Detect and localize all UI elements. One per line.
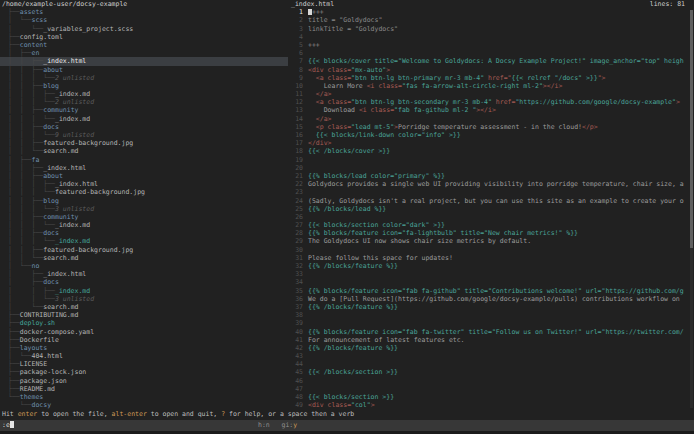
tree-row-blog[interactable]: │ │ ├──blog [0,197,288,205]
tree-row-search.md[interactable]: │ │ └──search.md [0,147,288,155]
tree-row-deploy.sh[interactable]: ├──deploy.sh [0,319,288,327]
tree-row-docker-compose.yaml[interactable]: ├──docker-compose.yaml [0,328,288,336]
tree-row-about[interactable]: │ │ ├──about [0,66,288,74]
tree-row-_index.md[interactable]: │ │ ├──_index.md [0,287,288,295]
tree-row-readme.md[interactable]: ├──README.md [0,385,288,393]
tree-row-layouts[interactable]: ├──layouts [0,344,288,352]
tree-row-2-unlisted[interactable]: │ │ │ └──2 unlisted [0,98,288,106]
preview-line-32: 32{{% /blocks/feature %}} [288,262,694,270]
tree-row-featured-background.jpg[interactable]: │ │ ├──featured-background.jpg [0,246,288,254]
tree-row-docsy[interactable]: └──docsy [0,401,288,409]
preview-line-36: 36We do a [Pull Request](https://github.… [288,295,694,303]
text-segment: gi: [270,421,293,429]
text-segment: │ │ │ ├── [8,180,55,188]
text-segment: "https://github.com/google/docsy-example… [515,98,675,106]
tree-row-docs[interactable]: │ │ ├──docs [0,123,288,131]
text-segment [308,131,316,139]
tree-row-docs[interactable]: │ ├──docs [0,278,288,286]
text-segment: en [31,49,39,57]
tree-row-3-unlisted[interactable]: │ │ │ └──3 unlisted [0,205,288,213]
text-segment: │ │ │ └── [8,205,55,213]
line-number: 16 [288,131,303,139]
tree-row-no[interactable]: │ └──no [0,262,288,270]
tree-row-_index.html[interactable]: │ │ ├──_index.html [0,164,288,172]
text-cursor [10,421,14,428]
text-segment: search.md [43,147,78,155]
text-segment: │ └── [8,303,43,311]
tree-row-_index.md[interactable]: │ │ │ ├──_index.md [0,90,288,98]
text-segment: blog [43,197,59,205]
text-segment: title = "Goldydocs" [308,16,382,24]
text-segment: > [386,66,390,74]
text-segment: LICENSE [20,360,47,368]
tree-row-dockerfile[interactable]: ├──Dockerfile [0,336,288,344]
tree-row-_index.md[interactable]: │ │ │ └──_index.md [0,115,288,123]
text-segment: <a class= [316,74,351,82]
text-segment: _index.html [43,57,86,65]
tree-row-package-lock.json[interactable]: ├──package-lock.json [0,368,288,376]
text-segment: _variables_project.scss [43,25,133,33]
tree-row-_index.html[interactable]: │ │ ├──_index.html [0,57,288,65]
text-segment: assets [20,8,43,16]
text-segment: │ ├── [8,270,43,278]
text-segment: docs [43,229,59,237]
tree-row-search.md[interactable]: │ │ └──search.md [0,254,288,262]
line-text: +++ [308,41,320,49]
tree-row-fa[interactable]: │ ├──fa [0,156,288,164]
tree-row-2-unlisted[interactable]: │ │ │ └──2 unlisted [0,74,288,82]
tree-row-_variables_project.scss[interactable]: │ └──_variables_project.scss [0,25,288,33]
tree-row-en[interactable]: │ ├──en [0,49,288,57]
tree-row-featured-background.jpg[interactable]: │ │ ├──featured-background.jpg [0,139,288,147]
tree-row-themes[interactable]: └──themes [0,393,288,401]
tree-row-config.toml[interactable]: ├──config.toml [0,33,288,41]
tree-row-_index.html[interactable]: │ │ │ ├──_index.html [0,180,288,188]
preview-line-20: 20 [288,164,694,172]
line-number: 33 [288,270,303,278]
text-segment: │ │ │ └── [8,237,55,245]
text-segment: 2 unlisted [55,98,94,106]
text-segment: ├── [8,336,20,344]
tree-row-license[interactable]: ├──LICENSE [0,360,288,368]
tree-row-contributing.md[interactable]: ├──CONTRIBUTING.md [0,311,288,319]
text-segment: ></i> [476,106,496,114]
tree-row-community[interactable]: │ │ ├──community [0,106,288,114]
tree-row-_index.md[interactable]: │ │ │ └──_index.md [0,221,288,229]
preview-line-31: 31Please follow this space for updates! [288,254,694,262]
preview-line-10: 10 Learn More <i class="fas fa-arrow-alt… [288,82,694,90]
line-number: 38 [288,311,303,319]
preview-scrollbar-thumb[interactable] [690,10,693,248]
tree-row-404.html[interactable]: │ └──404.html [0,352,288,360]
command-input[interactable]: :e [2,421,14,429]
tree-row-content[interactable]: ├──content [0,41,288,49]
preview-line-44: 44 [288,360,694,368]
preview-line-26: 26 [288,213,694,221]
text-segment: search.md [43,303,78,311]
text-segment: Hit [2,410,18,418]
command-input-bar[interactable]: :e h:n gi:y [0,420,694,431]
text-segment: ├── [8,311,20,319]
preview-line-28: 28{{% blocks/feature icon="fa-lightbulb"… [288,229,694,237]
text-segment: _index.md [55,90,90,98]
line-text: <a class="btn btn-lg btn-secondary mr-3 … [308,98,680,106]
preview-scrollbar-track[interactable] [690,10,693,408]
tree-row-blog[interactable]: │ │ ├──blog [0,82,288,90]
preview-line-39: 39 [288,319,694,327]
tree-row-featured-background.jpg[interactable]: │ │ │ └──featured-background.jpg [0,188,288,196]
tree-row-docs[interactable]: │ │ ├──docs [0,229,288,237]
tree-row-scss[interactable]: │ └──scss [0,16,288,24]
tree-row-_index.html[interactable]: │ ├──_index.html [0,270,288,278]
tree-row-search.md[interactable]: │ └──search.md [0,303,288,311]
tree-row-9-unlisted[interactable]: │ │ │ └──9 unlisted [0,131,288,139]
preview-line-35: 35{{% blocks/feature icon="fab fa-github… [288,287,694,295]
file-tree-panel: /home/example-user/docsy-example ├──asse… [0,0,288,410]
tree-row-_index.md[interactable]: │ │ │ └──_index.md [0,237,288,245]
tree-row-package.json[interactable]: ├──package.json [0,377,288,385]
preview-line-9: 9 <a class="btn btn-lg btn-primary mr-3 … [288,74,694,82]
tree-row-community[interactable]: │ │ ├──community [0,213,288,221]
text-segment: community [43,106,78,114]
line-number: 5 [288,41,303,49]
preview-line-19: 19 [288,156,694,164]
tree-row-assets[interactable]: ├──assets [0,8,288,16]
tree-row-about[interactable]: │ │ ├──about [0,172,288,180]
tree-row-3-unlisted[interactable]: │ │ └──3 unlisted [0,295,288,303]
